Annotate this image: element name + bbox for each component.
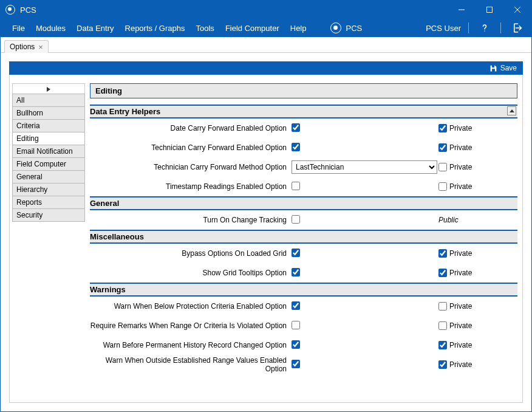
page-title: Editing <box>90 83 517 98</box>
user-label[interactable]: PCS User <box>426 24 461 33</box>
section-title: General <box>90 199 119 208</box>
sidebar-collapse-button[interactable] <box>12 83 85 94</box>
private-checkbox[interactable] <box>438 124 447 132</box>
public-label: Public <box>438 216 459 224</box>
option-checkbox[interactable] <box>292 123 300 132</box>
private-checkbox[interactable] <box>438 321 447 330</box>
private-checkbox[interactable] <box>438 249 447 258</box>
menu-data-entry[interactable]: Data Entry <box>71 19 119 37</box>
option-control <box>290 321 438 331</box>
option-checkbox[interactable] <box>292 340 300 349</box>
option-label: Warn When Outside Established Range Valu… <box>90 356 290 373</box>
menu-help[interactable]: Help <box>285 19 312 37</box>
option-label: Technician Carry Forward Method Option <box>90 163 290 171</box>
maximize-button[interactable] <box>476 1 503 19</box>
private-label: Private <box>449 341 472 349</box>
option-control <box>290 268 438 278</box>
sidebar-item-field-computer[interactable]: Field Computer <box>12 157 85 171</box>
private-checkbox[interactable] <box>438 163 447 171</box>
svg-point-4 <box>484 30 485 31</box>
svg-marker-6 <box>510 109 514 112</box>
option-label: Show Grid Tooltips Option <box>90 269 290 277</box>
menu-reports-graphs[interactable]: Reports / Graphs <box>120 19 191 37</box>
option-checkbox[interactable] <box>292 215 300 224</box>
option-control <box>290 249 438 259</box>
option-checkbox[interactable] <box>292 321 300 329</box>
private-checkbox[interactable] <box>438 360 447 369</box>
option-privacy: Private <box>438 341 493 349</box>
private-checkbox[interactable] <box>438 341 447 349</box>
tabstrip: Options × <box>1 37 531 53</box>
private-checkbox[interactable] <box>438 182 447 191</box>
option-label: Bypass Options On Loaded Grid <box>90 249 290 258</box>
minimize-button[interactable] <box>448 1 476 19</box>
section-header: Warnings <box>90 283 517 297</box>
svg-marker-5 <box>47 87 50 92</box>
option-select[interactable]: LastTechnician <box>292 160 437 174</box>
option-checkbox[interactable] <box>292 268 300 276</box>
private-checkbox[interactable] <box>438 143 447 152</box>
option-privacy: Private <box>438 182 493 191</box>
menu-file[interactable]: File <box>7 19 30 37</box>
option-row: Show Grid Tooltips OptionPrivate <box>90 263 517 283</box>
option-checkbox[interactable] <box>292 182 300 190</box>
sidebar-item-hierarchy[interactable]: Hierarchy <box>12 183 85 196</box>
option-row: Technician Carry Forward Enabled OptionP… <box>90 138 517 157</box>
brand-label: PCS <box>346 24 363 33</box>
option-control <box>290 215 438 225</box>
collapse-button[interactable] <box>507 106 516 115</box>
option-row: Technician Carry Forward Method OptionLa… <box>90 157 517 177</box>
option-checkbox[interactable] <box>292 301 300 310</box>
close-icon[interactable]: × <box>38 43 43 51</box>
option-privacy: Private <box>438 124 493 132</box>
option-control: LastTechnician <box>290 160 438 174</box>
private-label: Private <box>449 249 472 258</box>
sidebar-item-email-notification[interactable]: Email Notification <box>12 145 85 158</box>
option-privacy: Private <box>438 163 493 171</box>
option-label: Turn On Change Tracking <box>90 216 290 224</box>
option-label: Date Carry Forward Enabled Option <box>90 124 290 132</box>
save-label: Save <box>500 64 517 72</box>
option-row: Timestamp Readings Enabled OptionPrivate <box>90 177 517 196</box>
option-privacy: Private <box>438 143 493 152</box>
option-control <box>290 182 438 192</box>
option-row: Bypass Options On Loaded GridPrivate <box>90 244 517 263</box>
menubar-right: PCS User <box>426 19 525 36</box>
menu-field-computer[interactable]: Field Computer <box>220 19 285 37</box>
option-checkbox[interactable] <box>292 360 300 368</box>
menu-tools[interactable]: Tools <box>191 19 220 37</box>
help-button[interactable] <box>476 19 493 36</box>
option-checkbox[interactable] <box>292 143 300 151</box>
menu-modules[interactable]: Modules <box>30 19 71 37</box>
save-button[interactable]: Save <box>489 64 517 72</box>
sidebar-item-all[interactable]: All <box>12 94 85 107</box>
sidebar-item-reports[interactable]: Reports <box>12 196 85 209</box>
sidebar: AllBullhornCriteriaEditingEmail Notifica… <box>12 83 85 394</box>
option-row: Turn On Change TrackingPublic <box>90 210 517 230</box>
sidebar-item-general[interactable]: General <box>12 170 85 184</box>
section-title: Miscellaneous <box>90 232 144 241</box>
window-title: PCS <box>20 5 36 15</box>
app-icon <box>5 5 15 15</box>
sidebar-item-bullhorn[interactable]: Bullhorn <box>12 106 85 120</box>
option-row: Require Remarks When Range Or Criteria I… <box>90 316 517 335</box>
option-privacy: Private <box>438 249 493 258</box>
separator <box>468 22 469 33</box>
sidebar-item-security[interactable]: Security <box>12 208 85 222</box>
option-label: Timestamp Readings Enabled Option <box>90 182 290 191</box>
sidebar-item-criteria[interactable]: Criteria <box>12 119 85 132</box>
option-privacy: Private <box>438 321 493 330</box>
save-icon <box>489 64 497 72</box>
private-checkbox[interactable] <box>438 269 447 277</box>
option-privacy: Private <box>438 360 493 369</box>
option-checkbox[interactable] <box>292 249 300 257</box>
private-checkbox[interactable] <box>438 302 447 311</box>
option-control <box>290 123 438 134</box>
sidebar-item-editing[interactable]: Editing <box>12 132 85 145</box>
logout-button[interactable] <box>508 19 525 36</box>
tab-options[interactable]: Options × <box>4 40 49 53</box>
option-control <box>290 360 438 370</box>
section-header: General <box>90 196 517 210</box>
close-button[interactable] <box>503 1 531 19</box>
panel-body: AllBullhornCriteriaEditingEmail Notifica… <box>9 75 523 403</box>
